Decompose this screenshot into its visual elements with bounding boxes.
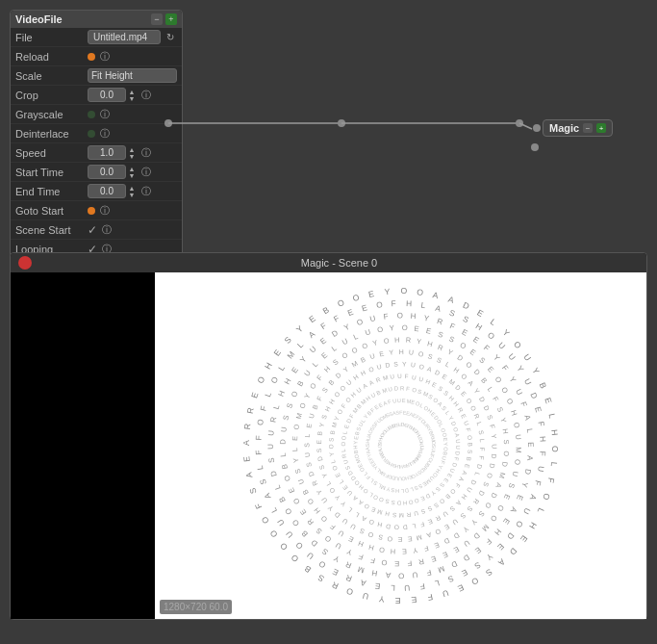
file-label: File <box>15 32 88 43</box>
end-time-value: ▲ ▼ ⓘ <box>88 184 177 198</box>
svg-text:D: D <box>279 439 288 445</box>
svg-text:L: L <box>291 448 299 452</box>
speed-info-icon[interactable]: ⓘ <box>139 146 153 160</box>
scene-start-info-icon[interactable]: ⓘ <box>100 223 114 237</box>
node-collapse-button[interactable]: − <box>151 13 163 25</box>
svg-text:R: R <box>242 423 253 429</box>
svg-text:D: D <box>396 500 401 505</box>
scale-row: Scale Fit Height Fit Width Stretch None <box>11 66 182 86</box>
speed-label: Speed <box>15 147 88 159</box>
crop-down-arrow[interactable]: ▼ <box>127 95 137 102</box>
svg-text:U: U <box>397 373 402 379</box>
deinterlace-info-icon[interactable]: ⓘ <box>98 127 112 141</box>
svg-text:E: E <box>316 439 322 444</box>
crop-info-icon[interactable]: ⓘ <box>139 89 153 102</box>
scene-start-row: Scene Start ✓ ⓘ <box>11 220 182 240</box>
crop-input[interactable] <box>88 88 126 102</box>
magic-plus-button[interactable]: + <box>596 123 606 133</box>
svg-text:E: E <box>394 559 399 568</box>
grayscale-label: Grayscale <box>15 109 88 120</box>
reload-dot[interactable] <box>88 53 95 61</box>
magic-node: Magic − + <box>533 119 613 137</box>
crop-label: Crop <box>15 90 88 101</box>
scale-select[interactable]: Fit Height Fit Width Stretch None <box>88 68 177 83</box>
svg-text:L: L <box>401 488 405 494</box>
node-title: VideoFile <box>15 13 63 25</box>
goto-start-info-icon[interactable]: ⓘ <box>98 204 112 218</box>
end-time-input[interactable] <box>88 184 126 198</box>
svg-text:U: U <box>491 444 497 449</box>
preview-close-button[interactable] <box>18 256 32 270</box>
start-time-down-arrow[interactable]: ▼ <box>127 172 137 179</box>
end-time-info-icon[interactable]: ⓘ <box>139 185 153 198</box>
svg-text:H: H <box>394 335 400 344</box>
svg-rect-0 <box>228 272 574 619</box>
start-time-info-icon[interactable]: ⓘ <box>139 166 153 179</box>
start-time-input[interactable] <box>88 165 126 179</box>
svg-text:U: U <box>455 445 461 449</box>
svg-text:H: H <box>406 298 412 308</box>
crop-up-arrow[interactable]: ▲ <box>127 89 137 95</box>
preview-canvas: UUBFELSDOEDDAUUDADDOOHEASFFUAURSMFYSUOYE… <box>155 272 646 619</box>
start-time-up-arrow[interactable]: ▲ <box>127 166 137 172</box>
speed-value: ▲ ▼ ⓘ <box>88 145 177 160</box>
spiral-visualization: UUBFELSDOEDDAUUDADDOOHEASFFUAURSMFYSUOYE… <box>155 272 646 619</box>
svg-text:E: E <box>402 547 408 555</box>
file-icon[interactable]: ↻ <box>164 31 177 44</box>
svg-text:H: H <box>538 436 547 443</box>
svg-text:U: U <box>514 434 522 440</box>
scene-start-check[interactable]: ✓ <box>88 223 97 237</box>
deinterlace-dot[interactable] <box>88 130 95 138</box>
svg-text:D: D <box>402 524 408 530</box>
end-time-label: End Time <box>15 186 88 197</box>
svg-text:O: O <box>341 435 346 441</box>
svg-text:Y: Y <box>402 361 407 368</box>
deinterlace-label: Deinterlace <box>15 128 88 140</box>
start-time-value: ▲ ▼ ⓘ <box>88 165 177 179</box>
svg-text:S: S <box>303 443 310 448</box>
preview-black-area <box>11 272 155 619</box>
goto-start-dot[interactable] <box>88 207 95 215</box>
file-row: File Untitled.mp4 ↻ <box>11 28 182 47</box>
speed-down-arrow[interactable]: ▼ <box>127 153 137 160</box>
reload-info-icon[interactable]: ⓘ <box>98 50 112 64</box>
svg-text:E: E <box>402 398 406 403</box>
svg-text:S: S <box>328 437 335 442</box>
svg-text:U: U <box>455 439 461 444</box>
start-time-label: Start Time <box>15 167 88 178</box>
scale-label: Scale <box>15 70 88 82</box>
svg-text:F: F <box>478 455 485 460</box>
svg-text:O: O <box>402 323 408 332</box>
svg-text:H: H <box>395 488 399 494</box>
svg-text:H: H <box>391 547 396 555</box>
magic-minus-button[interactable]: − <box>583 123 593 133</box>
end-time-up-arrow[interactable]: ▲ <box>127 185 137 192</box>
svg-text:Y: Y <box>353 441 359 445</box>
svg-text:O: O <box>401 287 408 296</box>
svg-text:E: E <box>414 324 419 334</box>
svg-text:U: U <box>279 426 289 433</box>
svg-text:L: L <box>304 433 311 438</box>
speed-input[interactable] <box>88 145 126 160</box>
svg-text:M: M <box>399 512 405 519</box>
grayscale-value: ⓘ <box>88 108 177 121</box>
svg-text:U: U <box>397 398 402 403</box>
node-add-button[interactable]: + <box>165 13 177 25</box>
grayscale-row: Grayscale ⓘ <box>11 105 182 124</box>
speed-up-arrow[interactable]: ▲ <box>127 146 137 153</box>
svg-text:S: S <box>431 445 437 449</box>
end-time-down-arrow[interactable]: ▼ <box>127 192 137 198</box>
svg-text:H: H <box>403 500 408 505</box>
file-display[interactable]: Untitled.mp4 <box>88 30 161 44</box>
videofile-node: VideoFile − + File Untitled.mp4 ↻ Reload… <box>10 10 183 260</box>
grayscale-dot[interactable] <box>88 111 95 118</box>
grayscale-info-icon[interactable]: ⓘ <box>98 108 112 121</box>
scene-start-label: Scene Start <box>15 224 88 236</box>
svg-text:A: A <box>241 440 251 446</box>
svg-text:O: O <box>417 287 424 297</box>
svg-text:U: U <box>409 348 415 355</box>
svg-text:S: S <box>502 439 511 445</box>
reload-row: Reload ⓘ <box>11 47 182 66</box>
crop-spinner: ▲ ▼ <box>127 89 137 102</box>
scene-start-value: ✓ ⓘ <box>88 223 177 237</box>
